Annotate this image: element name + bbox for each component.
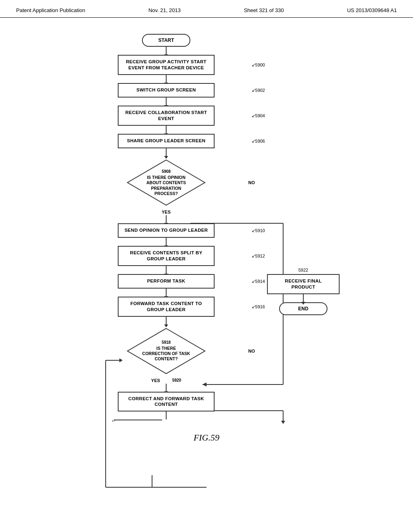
label-5910: ↙5910: [252, 228, 265, 233]
box-5904: RECEIVE COLLABORATION START EVENT: [118, 106, 215, 126]
diamond-5908-text: 5908 IS THERE OPINION ABOUT CONTENTS PRE…: [142, 169, 190, 196]
box-5910: SEND OPINION TO GROUP LEADER: [118, 223, 215, 238]
label-5900: ↙5900: [252, 62, 265, 67]
header-left: Patent Application Publication: [16, 7, 85, 13]
arrow-7: [166, 238, 167, 246]
diamond-5918-text: 5918 IS THERE CORRECTION OF TASK CONTENT…: [142, 340, 190, 362]
box-5920: CORRECT AND FORWARD TASK CONTENT: [118, 392, 215, 412]
arrow-1: [166, 47, 167, 55]
arrow-9: [166, 289, 167, 297]
box-5914: PERFORM TASK: [118, 274, 215, 289]
label-5916: ↙5916: [252, 304, 265, 309]
arrow-3: [166, 98, 167, 106]
node-5912: RECEIVE CONTENTS SPLIT BY GROUP LEADER ↙…: [90, 246, 243, 266]
arrow-end: [303, 294, 304, 302]
svg-marker-6: [281, 421, 285, 424]
header-date: Nov. 21, 2013: [148, 7, 181, 13]
page-header: Patent Application Publication Nov. 21, …: [0, 0, 413, 18]
node-5904: RECEIVE COLLABORATION START EVENT ↙5904: [90, 106, 243, 126]
no-label-5918: NO: [248, 349, 255, 353]
figure-label: FIG.59: [194, 432, 219, 443]
arrow-4: [166, 126, 167, 134]
label-5906: ↙5906: [252, 138, 265, 143]
node-5900: RECEIVE GROUP ACTIVITY START EVENT FROM …: [90, 55, 243, 75]
label-5904: ↙5904: [252, 113, 265, 118]
node-5914: PERFORM TASK ↙5914: [90, 274, 243, 289]
right-column: 5922 RECEIVE FINAL PRODUCT END: [267, 268, 340, 315]
node-5910: SEND OPINION TO GROUP LEADER ↙5910: [90, 223, 243, 238]
yes-label-5908: YES: [162, 210, 171, 214]
box-5902: SWITCH GROUP SCREEN: [118, 83, 215, 98]
label-5922-step: 5922: [298, 268, 308, 272]
node-5908: 5908 IS THERE OPINION ABOUT CONTENTS PRE…: [90, 156, 243, 209]
diagram-area: START RECEIVE GROUP ACTIVITY START EVENT…: [0, 18, 413, 459]
arrow-12: [166, 411, 167, 420]
label-5912: ↙5912: [252, 253, 265, 258]
header-patent: US 2013/0309648 A1: [347, 7, 397, 13]
arrow-6: [166, 215, 167, 223]
arrow-2: [166, 75, 167, 83]
box-5912: RECEIVE CONTENTS SPLIT BY GROUP LEADER: [118, 246, 215, 266]
yes-label-5918: YES 5920: [151, 378, 181, 383]
node-5918: 5918 IS THERE CORRECTION OF TASK CONTENT…: [90, 325, 243, 377]
label-5914: ↙5914: [252, 278, 265, 284]
box-5900: RECEIVE GROUP ACTIVITY START EVENT FROM …: [118, 55, 215, 75]
arrow-11: [166, 384, 167, 392]
node-5902: SWITCH GROUP SCREEN ↙5902: [90, 83, 243, 98]
start-node: START: [90, 34, 243, 47]
arrow-5: [166, 148, 167, 156]
no-label-5908: NO: [248, 180, 255, 185]
arrow-8: [166, 266, 167, 274]
label-5902: ↙5902: [252, 87, 265, 93]
full-diagram: START RECEIVE GROUP ACTIVITY START EVENT…: [65, 34, 348, 420]
header-sheet: Sheet 321 of 330: [244, 7, 284, 13]
node-5906: SHARE GROUP LEADER SCREEN ↙5906: [90, 134, 243, 148]
box-5922: RECEIVE FINAL PRODUCT: [267, 274, 340, 294]
box-5906: SHARE GROUP LEADER SCREEN: [118, 134, 215, 148]
back-arrow: ←: [114, 420, 162, 420]
box-5916: FORWARD TASK CONTENT TO GROUP LEADER: [118, 297, 215, 317]
node-5916: FORWARD TASK CONTENT TO GROUP LEADER ↙59…: [90, 297, 243, 317]
arrow-10: [166, 317, 167, 325]
start-pill: START: [142, 34, 190, 47]
node-5920: CORRECT AND FORWARD TASK CONTENT: [90, 392, 243, 412]
